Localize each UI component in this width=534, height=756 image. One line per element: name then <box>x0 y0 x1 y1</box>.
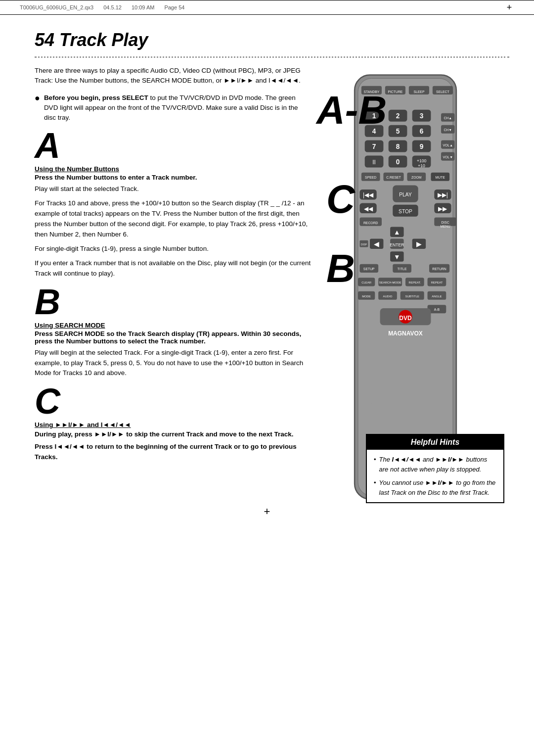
svg-text:9: 9 <box>420 143 424 150</box>
helpful-hints-box: Helpful Hints • The I◄◄/◄◄ and ►►I/►► bu… <box>366 434 504 503</box>
svg-text:SEARCH-MODE: SEARCH-MODE <box>379 281 401 284</box>
svg-text:SLEEP: SLEEP <box>413 90 425 94</box>
svg-text:SPEED: SPEED <box>365 176 376 179</box>
svg-text:+100: +100 <box>417 158 427 163</box>
crosshair-icon <box>504 2 514 12</box>
svg-text:REPEAT.: REPEAT. <box>409 281 421 284</box>
section-a-letter: A <box>35 128 312 163</box>
section-a: A Using the Number Buttons Press the Num… <box>35 128 312 279</box>
hints-text-2: You cannot use ►►I/►► to go from the las… <box>379 478 496 497</box>
svg-text:CH▲: CH▲ <box>444 116 452 120</box>
section-a-body3: For single-digit Tracks (1-9), press a s… <box>35 244 312 254</box>
bullet-bold-1: Before you begin, press SELECT <box>44 94 148 101</box>
svg-text:▼: ▼ <box>394 253 400 261</box>
section-c-subtitle2: Press I◄◄/◄◄ to return to the beginning … <box>35 442 312 463</box>
svg-text:STOP: STOP <box>399 209 412 214</box>
section-b-letter: B <box>35 284 312 320</box>
section-c-letter: C <box>35 383 312 419</box>
svg-text:6: 6 <box>420 128 424 135</box>
time: 10:09 AM <box>132 4 154 10</box>
svg-text:8: 8 <box>396 143 400 150</box>
intro-text-1: There are three ways to play a specific … <box>35 67 301 84</box>
svg-text:PLAY: PLAY <box>399 192 412 197</box>
file-info: T0006UG_6006UG_EN_2.qx3 <box>20 4 93 10</box>
svg-text:0: 0 <box>396 158 400 166</box>
bullet-item-1: ● Before you begin, press SELECT to put … <box>35 93 312 123</box>
section-a-body2: For Tracks 10 and above, press the +100/… <box>35 198 312 240</box>
svg-text:▲: ▲ <box>394 229 400 236</box>
svg-text:ANGLE: ANGLE <box>432 295 442 298</box>
svg-text:VOL▼: VOL▼ <box>443 155 452 159</box>
section-c-title: Using ►►I/►► and I◄◄/◄◄ <box>35 421 312 428</box>
section-a-body1: Play will start at the selected Track. <box>35 184 312 194</box>
svg-text:2: 2 <box>396 112 400 120</box>
svg-text:TITLE: TITLE <box>398 267 407 271</box>
header-bar: T0006UG_6006UG_EN_2.qx3 04.5.12 10:09 AM… <box>0 0 534 15</box>
hints-bullet-2: • <box>374 478 376 497</box>
svg-text:AUDIO: AUDIO <box>383 295 393 298</box>
hints-body: • The I◄◄/◄◄ and ►►I/►► buttons are not … <box>367 450 503 502</box>
svg-text:▶▶|: ▶▶| <box>438 191 448 198</box>
svg-text:◀: ◀ <box>374 240 379 248</box>
hints-item-2: • You cannot use ►►I/►► to go from the l… <box>374 478 496 497</box>
page-container: T0006UG_6006UG_EN_2.qx3 04.5.12 10:09 AM… <box>0 0 534 756</box>
section-a-subtitle: Press the Number buttons to enter a Trac… <box>35 174 312 181</box>
hints-title: Helpful Hints <box>367 435 503 450</box>
svg-text:II: II <box>372 159 376 166</box>
svg-text:VOL▲: VOL▲ <box>443 143 452 147</box>
svg-text:+10: +10 <box>418 163 425 168</box>
svg-rect-108 <box>371 342 439 410</box>
section-b: B Using SEARCH MODE Press SEARCH MODE so… <box>35 284 312 379</box>
section-b-title: Using SEARCH MODE <box>35 322 312 329</box>
svg-text:CH▼: CH▼ <box>444 128 452 132</box>
bottom-crosshair-icon: + <box>264 505 270 518</box>
ab-label: A-B <box>316 91 387 130</box>
svg-text:ZOOM: ZOOM <box>411 176 422 179</box>
section-a-body4: If you enter a Track number that is not … <box>35 258 312 279</box>
bullet-text-1: Before you begin, press SELECT to put th… <box>44 93 312 123</box>
svg-text:|◀◀: |◀◀ <box>363 191 374 198</box>
svg-text:DISP: DISP <box>361 243 367 246</box>
svg-text:RETURN: RETURN <box>432 267 446 271</box>
svg-text:CLEAR: CLEAR <box>361 281 372 284</box>
section-b-body1: Play will begin at the selected Track. F… <box>35 348 312 379</box>
svg-text:RECORD: RECORD <box>363 221 378 225</box>
svg-text:C.RESET: C.RESET <box>386 176 401 179</box>
svg-text:3: 3 <box>420 112 424 120</box>
svg-text:7: 7 <box>372 143 376 150</box>
section-c-subtitle1: During play, press ►►I/►► to skip the cu… <box>35 429 312 440</box>
svg-text:◀◀: ◀◀ <box>364 205 373 212</box>
svg-text:MUTE: MUTE <box>436 176 445 179</box>
left-column: There are three ways to play a specific … <box>35 66 312 513</box>
section-c: C Using ►►I/►► and I◄◄/◄◄ During play, p… <box>35 383 312 463</box>
hints-text-1: The I◄◄/◄◄ and ►►I/►► buttons are not ac… <box>379 455 496 474</box>
svg-text:▶: ▶ <box>416 240 422 248</box>
b-label-remote: B <box>326 249 355 288</box>
svg-text:DISC: DISC <box>441 221 449 224</box>
svg-text:DVD: DVD <box>399 315 412 322</box>
page-title: 54 Track Play <box>35 30 509 50</box>
section-a-title: Using the Number Buttons <box>35 165 312 173</box>
svg-text:MODE: MODE <box>362 295 371 298</box>
svg-text:REPEAT: REPEAT <box>431 281 443 284</box>
content-area: 54 Track Play There are three ways to pl… <box>0 15 534 533</box>
dot-separator <box>35 56 509 58</box>
svg-text:MAGNAVOX: MAGNAVOX <box>388 330 423 337</box>
c-label: C <box>326 180 355 219</box>
section-b-subtitle: Press SEARCH MODE so the Track Search di… <box>35 330 312 345</box>
svg-text:▶▶: ▶▶ <box>438 205 447 212</box>
intro-text: There are three ways to play a specific … <box>35 66 312 86</box>
page-number: Page 54 <box>164 4 184 10</box>
svg-text:PICTURE: PICTURE <box>388 90 402 94</box>
bullet-dot-1: ● <box>35 93 40 104</box>
hints-bullet-1: • <box>374 455 376 474</box>
date: 04.5.12 <box>103 4 122 10</box>
svg-text:SUBTITLE: SUBTITLE <box>405 295 419 298</box>
svg-text:A-B: A-B <box>434 308 440 311</box>
svg-text:MENU: MENU <box>440 225 450 228</box>
svg-text:5: 5 <box>396 128 400 135</box>
svg-text:ENTER: ENTER <box>390 242 404 247</box>
hints-item-1: • The I◄◄/◄◄ and ►►I/►► buttons are not … <box>374 455 496 474</box>
svg-text:SELECT: SELECT <box>436 90 449 94</box>
svg-text:SETUP: SETUP <box>363 267 375 271</box>
